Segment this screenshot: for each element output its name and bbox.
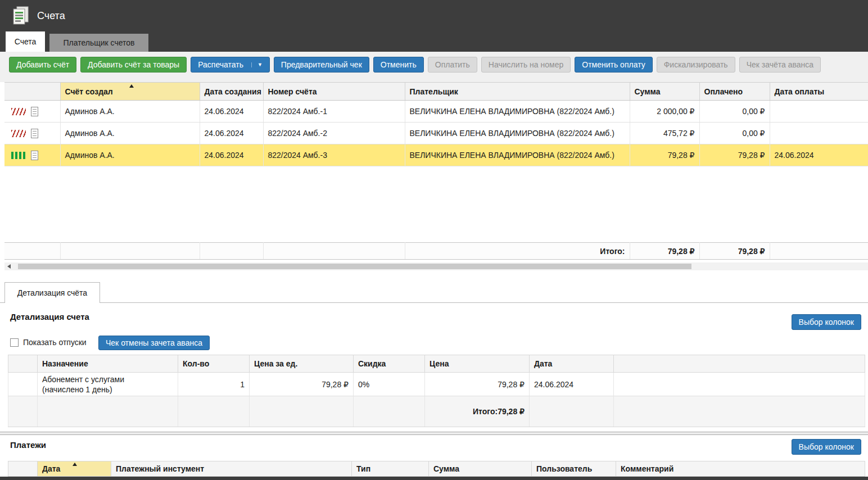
- cell-number: 822/2024 Амб.-2: [263, 123, 405, 144]
- totals-label: Итого:: [405, 243, 630, 260]
- invoice-row-3-selected[interactable]: Админов А.А. 24.06.2024 822/2024 Амб.-3 …: [4, 144, 868, 166]
- show-dispense-label: Показать отпуски: [23, 338, 87, 347]
- scroll-left-icon[interactable]: [7, 264, 11, 269]
- cell-date: 24.06.2024: [530, 373, 614, 396]
- unpaid-barcode-icon: [11, 130, 26, 137]
- app-window: Счета Счета Плательщик счетов Добавить с…: [0, 0, 868, 480]
- column-header-payment-amount[interactable]: Сумма: [429, 461, 532, 477]
- invoice-row-1[interactable]: Админов А.А. 24.06.2024 822/2024 Амб.-1 …: [4, 101, 868, 123]
- detail-row[interactable]: Абонемент с услугами (начислено 1 день) …: [8, 373, 865, 396]
- column-header-created-date[interactable]: Дата создания: [200, 83, 263, 101]
- column-header-amount[interactable]: Сумма: [630, 83, 699, 101]
- column-header-qty[interactable]: Кол-во: [178, 355, 250, 373]
- invoices-table: Счёт создал Дата создания Номер счёта Пл…: [4, 82, 868, 260]
- payments-section-title: Платежи: [10, 440, 46, 450]
- cell-payer: ВЕЛИЧКИНА ЕЛЕНА ВЛАДИМИРОВНА (822/2024 А…: [405, 144, 630, 166]
- totals-paid: 79,28 ₽: [699, 243, 770, 260]
- cell-created-date: 24.06.2024: [200, 123, 263, 144]
- detail-choose-columns-button[interactable]: Выбор колонок: [792, 314, 861, 330]
- title-bar: Счета: [0, 0, 868, 31]
- invoices-totals-row: Итого: 79,28 ₽ 79,28 ₽: [4, 243, 868, 260]
- fiscalize-button: Фискализировать: [657, 57, 735, 73]
- cancel-advance-offset-receipt-button[interactable]: Чек отмены зачета аванса: [98, 336, 210, 350]
- main-tabstrip: Счета Плательщик счетов: [0, 31, 868, 52]
- column-header-payer[interactable]: Плательщик: [405, 83, 630, 101]
- column-header-unit-price[interactable]: Цена за ед.: [250, 355, 354, 373]
- cancel-payment-button[interactable]: Отменить оплату: [575, 57, 652, 73]
- column-header-paid-date[interactable]: Дата оплаты: [770, 83, 868, 101]
- empty-grid-area: [4, 166, 868, 243]
- tab-invoice-detail[interactable]: Детализация счёта: [4, 282, 100, 303]
- column-header-payment-user[interactable]: Пользователь: [532, 461, 616, 477]
- cell-created-date: 24.06.2024: [200, 101, 263, 123]
- detail-table: Назначение Кол-во Цена за ед. Скидка Цен…: [8, 355, 865, 427]
- column-header-date[interactable]: Дата: [530, 355, 614, 373]
- tab-invoices[interactable]: Счета: [6, 31, 45, 52]
- add-goods-invoice-button[interactable]: Добавить счёт за товары: [80, 57, 187, 73]
- invoices-header-row: Счёт создал Дата создания Номер счёта Пл…: [4, 83, 868, 101]
- cell-unit-price: 79,28 ₽: [250, 373, 354, 396]
- payments-header-row: Дата Платежный инстумент Тип Сумма Польз…: [8, 461, 865, 477]
- document-icon[interactable]: [31, 129, 38, 138]
- column-header-created-by[interactable]: Счёт создал: [60, 83, 200, 101]
- totals-amount: 79,28 ₽: [630, 243, 699, 260]
- cell-paid: 0,00 ₽: [699, 123, 770, 144]
- cell-paid: 0,00 ₽: [699, 101, 770, 123]
- column-header-blank: [614, 355, 865, 373]
- column-header-payment-instrument[interactable]: Платежный инстумент: [111, 461, 352, 477]
- cell-discount: 0%: [354, 373, 425, 396]
- cell-amount: 2 000,00 ₽: [630, 101, 699, 123]
- cell-price: 79,28 ₽: [425, 373, 530, 396]
- detail-total: Итого:79,28 ₽: [425, 396, 530, 427]
- invoices-app-icon: [12, 6, 29, 25]
- column-header-payment-date[interactable]: Дата: [38, 461, 111, 477]
- column-header-price[interactable]: Цена: [425, 355, 530, 373]
- cell-paid-date: [770, 123, 868, 144]
- column-header-purpose[interactable]: Назначение: [38, 355, 178, 373]
- charge-to-number-button: Начислить на номер: [481, 57, 571, 73]
- column-header-payment-comment[interactable]: Комментарий: [616, 461, 865, 477]
- detail-header-row: Назначение Кол-во Цена за ед. Скидка Цен…: [8, 355, 865, 373]
- show-dispense-checkbox[interactable]: [10, 338, 19, 347]
- detail-section-title: Детализация счета: [10, 312, 89, 321]
- horizontal-scrollbar[interactable]: [4, 262, 868, 270]
- cell-paid: 79,28 ₽: [699, 144, 770, 166]
- scrollbar-thumb[interactable]: [18, 264, 691, 269]
- cell-payer: ВЕЛИЧКИНА ЕЛЕНА ВЛАДИМИРОВНА (822/2024 А…: [405, 101, 630, 123]
- cell-amount: 79,28 ₽: [630, 144, 699, 166]
- add-invoice-button[interactable]: Добавить счёт: [9, 57, 76, 73]
- column-header-icons: [4, 83, 60, 101]
- cancel-invoice-button[interactable]: Отменить: [373, 57, 424, 73]
- document-icon[interactable]: [31, 107, 38, 116]
- cell-number: 822/2024 Амб.-1: [263, 101, 405, 123]
- cell-purpose: Абонемент с услугами (начислено 1 день): [38, 373, 178, 396]
- preliminary-receipt-button[interactable]: Предварительный чек: [274, 57, 369, 73]
- bottom-edge-bar: [0, 477, 868, 480]
- cell-paid-date: 24.06.2024: [770, 144, 868, 166]
- column-header-payment-type[interactable]: Тип: [352, 461, 429, 477]
- print-button[interactable]: Распечатать ▼: [191, 57, 270, 73]
- invoice-detail-panel: Детализация счета Выбор колонок Показать…: [0, 302, 868, 432]
- tab-invoice-payers[interactable]: Плательщик счетов: [49, 34, 148, 52]
- unpaid-barcode-icon: [11, 108, 26, 115]
- sort-ascending-icon: [129, 84, 134, 88]
- advance-offset-receipt-button: Чек зачёта аванса: [739, 57, 821, 73]
- invoices-toolbar: Добавить счёт Добавить счёт за товары Ра…: [0, 52, 868, 82]
- page-title: Счета: [37, 10, 65, 22]
- cell-qty: 1: [178, 373, 250, 396]
- column-header-number[interactable]: Номер счёта: [263, 83, 405, 101]
- document-icon[interactable]: [31, 151, 38, 160]
- cell-amount: 475,72 ₽: [630, 123, 699, 144]
- cell-created-by: Админов А.А.: [60, 144, 200, 166]
- column-header-blank: [8, 461, 38, 477]
- invoice-row-2[interactable]: Админов А.А. 24.06.2024 822/2024 Амб.-2 …: [4, 123, 868, 144]
- detail-totals-row: Итого:79,28 ₽: [8, 396, 865, 427]
- payments-choose-columns-button[interactable]: Выбор колонок: [792, 439, 861, 455]
- column-header-paid[interactable]: Оплачено: [699, 83, 770, 101]
- cell-paid-date: [770, 101, 868, 123]
- payments-table: Дата Платежный инстумент Тип Сумма Польз…: [8, 461, 865, 477]
- cell-payer: ВЕЛИЧКИНА ЕЛЕНА ВЛАДИМИРОВНА (822/2024 А…: [405, 123, 630, 144]
- paid-barcode-icon: [11, 152, 26, 159]
- column-header-discount[interactable]: Скидка: [354, 355, 425, 373]
- cell-created-by: Админов А.А.: [60, 101, 200, 123]
